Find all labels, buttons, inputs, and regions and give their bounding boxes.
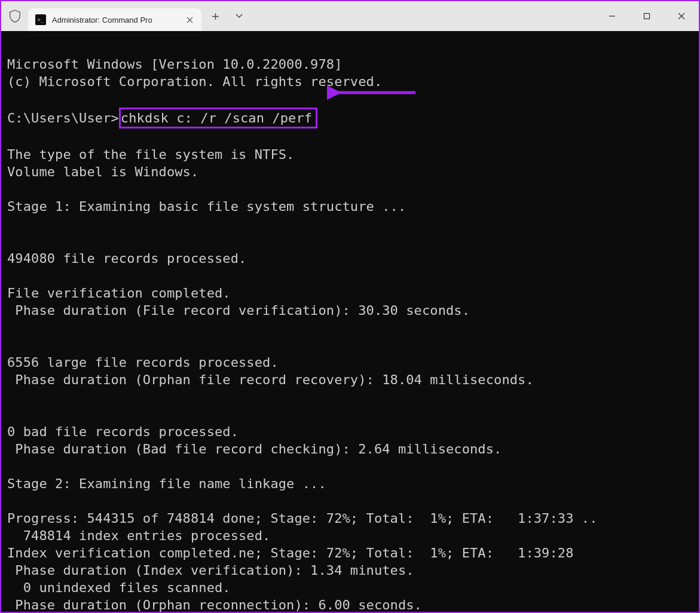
prompt-line: C:\Users\User>chkdsk c: /r /scan /perf [7,108,693,128]
terminal-line: Phase duration (Bad file record checking… [7,442,502,456]
terminal-line: Phase duration (Orphan reconnection): 6.… [7,597,422,612]
svg-rect-0 [644,14,650,19]
terminal-line: 6556 large file records processed. [7,355,279,370]
terminal-line: Volume label is Windows. [7,164,198,179]
close-window-button[interactable] [664,1,699,31]
prompt-path: C:\Users\User> [7,111,119,125]
shield-icon [1,10,28,23]
terminal-line: Microsoft Windows [Version 10.0.22000.97… [7,57,343,72]
titlebar: >_ Administrator: Command Pro [1,1,699,31]
terminal-line: Phase duration (Orphan file record recov… [7,372,534,387]
terminal-line: File verification completed. [7,286,231,301]
new-tab-button[interactable] [205,6,225,26]
terminal-favicon-icon: >_ [35,14,46,25]
tabs-dropdown-button[interactable] [229,6,249,26]
terminal-line: Phase duration (Index verification): 1.3… [7,563,414,578]
terminal-line: Index verification completed.ne; Stage: … [7,545,574,560]
tab-close-button[interactable] [184,14,195,26]
terminal-line: Stage 1: Examining basic file system str… [7,199,406,214]
window-controls [595,1,699,31]
tab-title: Administrator: Command Pro [52,16,178,24]
maximize-button[interactable] [629,1,664,31]
command-text: chkdsk c: /r /scan /perf [121,111,312,125]
terminal-line: 0 bad file records processed. [7,424,239,439]
command-highlight-box: chkdsk c: /r /scan /perf [119,108,317,128]
terminal-line: Progress: 544315 of 748814 done; Stage: … [7,511,598,526]
terminal-line: The type of the file system is NTFS. [7,147,294,162]
terminal-line: Stage 2: Examining file name linkage ... [7,476,326,491]
terminal-line: 748814 index entries processed. [7,528,270,543]
terminal-line: 0 unindexed files scanned. [7,580,231,595]
terminal-line: (c) Microsoft Corporation. All rights re… [7,74,382,89]
terminal-content[interactable]: Microsoft Windows [Version 10.0.22000.97… [1,31,699,612]
browser-tab[interactable]: >_ Administrator: Command Pro [28,8,201,31]
terminal-line: Phase duration (File record verification… [7,303,470,318]
terminal-line: 494080 file records processed. [7,251,246,266]
minimize-button[interactable] [595,1,629,31]
